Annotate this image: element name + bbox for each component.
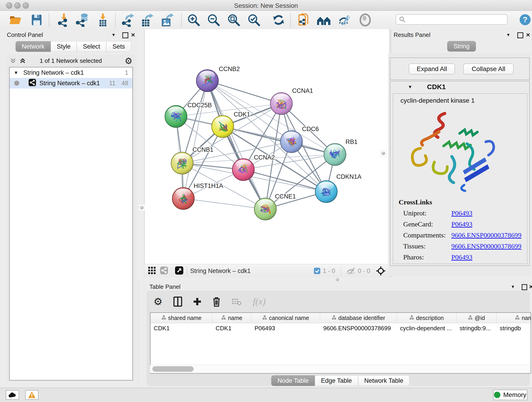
column-type-icon (331, 315, 336, 321)
control-panel-menu-arrow-icon[interactable]: ▾ (112, 32, 115, 38)
table-horizontal-scrollbar[interactable] (150, 365, 530, 373)
search-input[interactable] (406, 16, 503, 23)
column-header-description[interactable]: description (397, 313, 456, 323)
save-session-button[interactable] (29, 13, 44, 27)
network-options-gear-icon[interactable]: ⚙ (125, 56, 133, 66)
edge-CCNB2-HIST1H1A[interactable] (183, 81, 207, 198)
table-row[interactable]: CDK1CDK1P064939606.ENSP00000378699cyclin… (151, 323, 531, 333)
edge-CCNB2-CCNE1[interactable] (207, 81, 265, 209)
hidden-eye-icon[interactable] (346, 267, 355, 274)
table-settings-gear-icon[interactable]: ⚙ (153, 296, 162, 307)
protein-expander-icon[interactable]: ▼ (408, 84, 412, 89)
column-header-canonicalname[interactable]: canonical name (251, 313, 320, 323)
import-network-database-button[interactable] (75, 13, 89, 27)
network-canvas[interactable]: CCNB2CCNA1CDC25BCDK1CDC6RB1CCNB1CCNA2CDK… (145, 29, 389, 264)
table-cell: P06493 (251, 323, 320, 333)
cloud-status-button[interactable] (6, 390, 19, 400)
splitter-grip[interactable] (336, 278, 339, 281)
warnings-button[interactable] (25, 390, 38, 400)
splitter-grip[interactable] (139, 204, 145, 211)
bottom-splitter[interactable] (139, 277, 532, 281)
node-CCNB2[interactable]: CCNB2 (196, 65, 240, 92)
crosslink-label: GeneCard: (403, 220, 451, 228)
splitter-grip[interactable] (380, 150, 386, 157)
column-type-icon (468, 315, 473, 321)
tab-select[interactable]: Select (77, 41, 106, 52)
selected-checkbox-icon[interactable] (314, 268, 321, 274)
show-columns-icon[interactable] (173, 297, 182, 307)
import-network-file-button[interactable] (56, 13, 71, 27)
node-CCNB1[interactable]: CCNB1 (171, 146, 214, 174)
help-button[interactable]: ? (519, 14, 531, 27)
first-neighbors-button[interactable] (317, 13, 331, 27)
zoom-out-button[interactable] (206, 13, 221, 27)
table-panel-menu-arrow-icon[interactable]: ▾ (512, 284, 514, 290)
network-row[interactable]: String Network – cdk1 11 48 (10, 78, 133, 89)
node-RB1[interactable]: RB1 (324, 138, 358, 166)
scrollbar-thumb[interactable] (152, 366, 194, 372)
tab-edge-table[interactable]: Edge Table (315, 375, 358, 386)
zoom-in-button[interactable] (186, 13, 201, 27)
results-panel-close-icon[interactable]: × (526, 31, 530, 39)
new-network-from-selection-button[interactable] (297, 13, 311, 27)
add-column-icon[interactable] (193, 298, 201, 306)
tree-expander-icon[interactable]: ▼ (14, 70, 18, 75)
collapse-all-button[interactable]: Collapse All (463, 64, 514, 75)
table-panel-float-icon[interactable] (522, 284, 527, 290)
expand-all-button[interactable]: Expand All (409, 64, 455, 75)
node-CDK1[interactable]: CDK1 (212, 111, 250, 138)
refresh-button[interactable] (271, 13, 286, 27)
column-header-sharedname[interactable]: shared name (151, 313, 212, 323)
show-all-button[interactable] (358, 13, 373, 27)
column-header-databaseidentifier[interactable]: database identifier (320, 313, 397, 323)
tab-style[interactable]: Style (51, 41, 77, 52)
crosslink-row: Uniprot:P06493 (403, 209, 527, 217)
import-table-button[interactable] (95, 13, 110, 27)
tab-node-table[interactable]: Node Table (271, 375, 315, 386)
left-splitter[interactable] (138, 29, 145, 277)
control-panel-float-icon[interactable] (122, 32, 128, 38)
zoom-fit-button[interactable] (226, 13, 241, 27)
control-panel-close-icon[interactable]: × (131, 31, 135, 39)
export-image-button[interactable] (159, 13, 174, 27)
node-CDKN1A[interactable]: CDKN1A (315, 173, 361, 203)
results-panel-float-icon[interactable] (517, 32, 523, 38)
crosslink-link[interactable]: 9606.ENSP00000378699 (451, 242, 521, 250)
column-header-namespace[interactable]: namespace (496, 313, 531, 323)
edge-HIST1H1A-CCNE1[interactable] (183, 198, 265, 209)
node-CCNE1[interactable]: CCNE1 (254, 193, 296, 220)
node-HIST1H1A[interactable]: HIST1H1A (172, 182, 223, 210)
grid-view-icon[interactable] (148, 267, 156, 275)
table-panel-close-icon[interactable]: × (529, 283, 532, 291)
memory-button[interactable]: Memory (493, 390, 527, 400)
crosslink-link[interactable]: P06493 (451, 209, 472, 217)
column-header-name[interactable]: name (212, 313, 251, 323)
control-panel-title: Control Panel (7, 32, 43, 38)
open-session-button[interactable] (8, 13, 23, 27)
node-CCNA1[interactable]: CCNA1 (270, 87, 313, 115)
edge-CCNB2-CCNA1[interactable] (207, 81, 281, 104)
crosslink-link[interactable]: P06493 (451, 220, 472, 228)
zoom-selected-button[interactable] (247, 13, 261, 27)
results-panel-menu-arrow-icon[interactable]: ▾ (507, 32, 510, 38)
tab-network[interactable]: Network (16, 41, 51, 52)
detach-view-icon[interactable] (175, 266, 184, 276)
export-table-button[interactable] (139, 13, 154, 27)
column-header-id[interactable]: @id (456, 313, 496, 323)
hide-selected-button[interactable] (337, 13, 352, 27)
crosslink-link[interactable]: 9606.ENSP00000378699 (451, 231, 521, 239)
birds-eye-crosshair-icon[interactable] (376, 266, 386, 276)
network-share-icon[interactable] (160, 266, 168, 275)
tab-string[interactable]: String (447, 41, 476, 51)
tab-network-table[interactable]: Network Table (358, 375, 410, 386)
node-CDC25B[interactable]: CDC25B (165, 102, 212, 128)
table-cell: cyclin-dependent ... (397, 323, 456, 333)
network-graph[interactable]: CCNB2CCNA1CDC25BCDK1CDC6RB1CCNB1CCNA2CDK… (145, 29, 389, 264)
column-label: name (228, 315, 242, 321)
crosslink-link[interactable]: P06493 (451, 253, 472, 261)
tab-sets[interactable]: Sets (106, 41, 131, 52)
network-collection-row[interactable]: ▼ String Network – cdk1 1 (10, 67, 133, 78)
node-label-CCNE1: CCNE1 (275, 193, 296, 200)
delete-column-icon[interactable] (212, 297, 221, 307)
export-network-button[interactable] (120, 13, 135, 27)
